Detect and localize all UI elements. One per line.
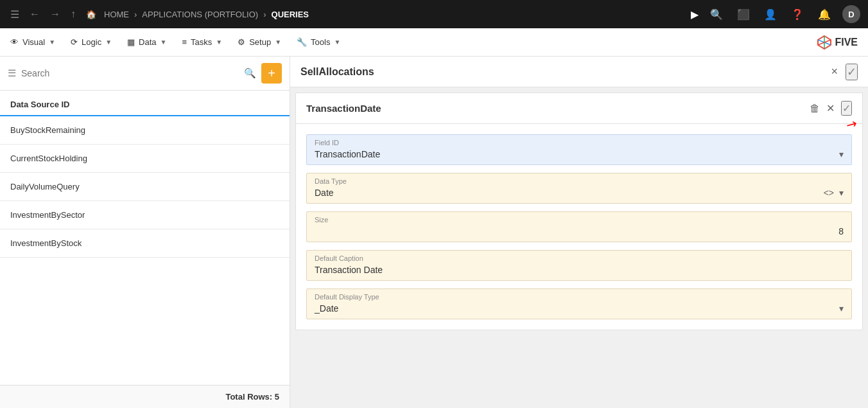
add-button[interactable]: + [261, 63, 282, 84]
main-layout: ☰ 🔍 + Data Source ID BuyStockRemaining C… [0, 57, 868, 408]
secondary-nav: 👁 Visual ▼ ⟳ Logic ▼ ▦ Data ▼ ≡ Tasks ▼ … [0, 28, 868, 57]
field-panel: TransactionDate 🗑 ✕ ✓ ↗ Field ID Transac… [295, 93, 863, 330]
filter-icon: ☰ [8, 67, 16, 79]
right-panel: SellAllocations × ✓ TransactionDate 🗑 ✕ … [290, 57, 868, 408]
query-close-button[interactable]: × [831, 65, 838, 78]
sidebar-list: BuyStockRemaining CurrentStockHolding Da… [0, 116, 290, 385]
forward-icon[interactable]: → [48, 6, 63, 22]
sidebar-footer: Total Rows: 5 [0, 385, 290, 408]
nav-item-data[interactable]: ▦ Data ▼ [127, 35, 166, 49]
data-type-field: Data Type Date <> ▾ [306, 173, 852, 204]
list-item[interactable]: CurrentStockHolding [0, 145, 290, 173]
default-display-type-row: _Date ▾ [315, 303, 844, 314]
caret-tools: ▼ [334, 39, 340, 46]
field-panel-actions: 🗑 ✕ ✓ [810, 101, 852, 116]
size-field: Size 8 [306, 211, 852, 242]
nav-label-logic: Logic [82, 37, 101, 47]
data-type-label: Data Type [315, 177, 844, 185]
query-title: SellAllocations [300, 66, 831, 78]
nav-item-tasks[interactable]: ≡ Tasks ▼ [182, 35, 222, 49]
size-value: 8 [315, 226, 844, 236]
nav-item-tools[interactable]: 🔧 Tools ▼ [297, 35, 340, 49]
top-nav: ☰ ← → ↑ 🏠 HOME › APPLICATIONS (PORTFOLIO… [0, 0, 868, 28]
list-item[interactable]: DailyVolumeQuery [0, 173, 290, 201]
bell-icon[interactable]: 🔔 [815, 6, 833, 23]
form-fields: Field ID TransactionDate ▾ Data Type Dat… [296, 124, 862, 330]
logic-icon: ⟳ [71, 37, 78, 47]
field-delete-button[interactable]: 🗑 [810, 103, 820, 114]
nav-label-data: Data [139, 37, 156, 47]
field-id-value: TransactionDate [315, 149, 380, 159]
nav-label-visual: Visual [22, 37, 45, 47]
tasks-icon: ≡ [182, 37, 187, 47]
search-bar: ☰ 🔍 + [0, 57, 290, 91]
default-caption-field: Default Caption Transaction Date [306, 250, 852, 281]
five-logo-icon [817, 35, 832, 50]
query-header-actions: × ✓ [831, 64, 858, 80]
field-id-row: TransactionDate ▾ [315, 149, 844, 159]
user-icon[interactable]: 👤 [761, 6, 779, 23]
field-id-field: Field ID TransactionDate ▾ [306, 134, 852, 165]
field-panel-header: TransactionDate 🗑 ✕ ✓ ↗ [296, 93, 862, 124]
top-nav-right: ▶ 🔍 ⬛ 👤 ❓ 🔔 D [691, 5, 860, 23]
caret-tasks: ▼ [216, 39, 222, 46]
caret-data: ▼ [161, 39, 167, 46]
stop-icon[interactable]: ⬛ [734, 6, 752, 23]
nav-item-setup[interactable]: ⚙ Setup ▼ [238, 35, 281, 49]
default-display-type-dropdown-icon[interactable]: ▾ [839, 303, 844, 314]
default-display-type-field: Default Display Type _Date ▾ [306, 288, 852, 319]
setup-icon: ⚙ [238, 37, 245, 47]
field-confirm-button[interactable]: ✓ [841, 101, 852, 116]
query-confirm-button[interactable]: ✓ [846, 64, 858, 80]
five-logo-text: FIVE [835, 37, 858, 48]
code-icon[interactable]: <> [824, 188, 834, 198]
breadcrumb-sep-1: › [134, 10, 137, 19]
home-icon: 🏠 [83, 7, 99, 22]
help-icon[interactable]: ❓ [788, 6, 806, 23]
default-caption-label: Default Caption [315, 254, 844, 262]
menu-icon[interactable]: ☰ [8, 6, 22, 23]
field-panel-title: TransactionDate [306, 103, 810, 114]
field-id-label: Field ID [315, 139, 844, 146]
nav-item-logic[interactable]: ⟳ Logic ▼ [71, 35, 112, 49]
five-logo: FIVE [817, 35, 858, 50]
eye-icon: 👁 [10, 37, 19, 47]
search-icon[interactable]: 🔍 [244, 67, 256, 79]
up-icon[interactable]: ↑ [68, 6, 78, 22]
data-icon: ▦ [127, 37, 135, 47]
caret-setup: ▼ [275, 39, 281, 46]
default-caption-value: Transaction Date [315, 265, 844, 275]
total-rows: Total Rows: 5 [225, 392, 279, 402]
sidebar-header: Data Source ID [0, 91, 290, 116]
nav-item-visual[interactable]: 👁 Visual ▼ [10, 35, 55, 49]
field-close-button[interactable]: ✕ [826, 102, 835, 114]
data-type-row: Date <> ▾ [315, 188, 844, 198]
nav-label-tasks: Tasks [191, 37, 212, 47]
list-item[interactable]: BuyStockRemaining [0, 116, 290, 145]
default-display-type-value: _Date [315, 303, 338, 314]
list-item[interactable]: InvestmentByStock [0, 229, 290, 258]
breadcrumb-queries[interactable]: QUERIES [272, 10, 309, 19]
default-display-type-label: Default Display Type [315, 293, 844, 301]
list-item[interactable]: InvestmentBySector [0, 201, 290, 229]
data-type-value: Date [315, 188, 334, 198]
caret-visual: ▼ [49, 39, 55, 46]
size-label: Size [315, 216, 844, 224]
breadcrumb: 🏠 HOME › APPLICATIONS (PORTFOLIO) › QUER… [83, 7, 309, 22]
caret-logic: ▼ [105, 39, 112, 46]
search-input[interactable] [21, 68, 239, 78]
play-icon[interactable]: ▶ [691, 8, 699, 21]
sidebar: ☰ 🔍 + Data Source ID BuyStockRemaining C… [0, 57, 290, 408]
search-nav-icon[interactable]: 🔍 [707, 6, 725, 23]
tools-icon: 🔧 [297, 37, 307, 47]
breadcrumb-sep-2: › [263, 10, 266, 19]
avatar[interactable]: D [842, 5, 860, 23]
sidebar-header-text: Data Source ID [10, 100, 69, 109]
nav-label-setup: Setup [249, 37, 271, 47]
back-icon[interactable]: ← [27, 6, 42, 22]
field-id-dropdown-icon[interactable]: ▾ [839, 149, 844, 159]
data-type-dropdown-icon[interactable]: ▾ [839, 188, 844, 198]
breadcrumb-applications[interactable]: APPLICATIONS (PORTFOLIO) [142, 10, 258, 19]
query-header: SellAllocations × ✓ [290, 57, 868, 87]
breadcrumb-home[interactable]: HOME [104, 10, 129, 19]
